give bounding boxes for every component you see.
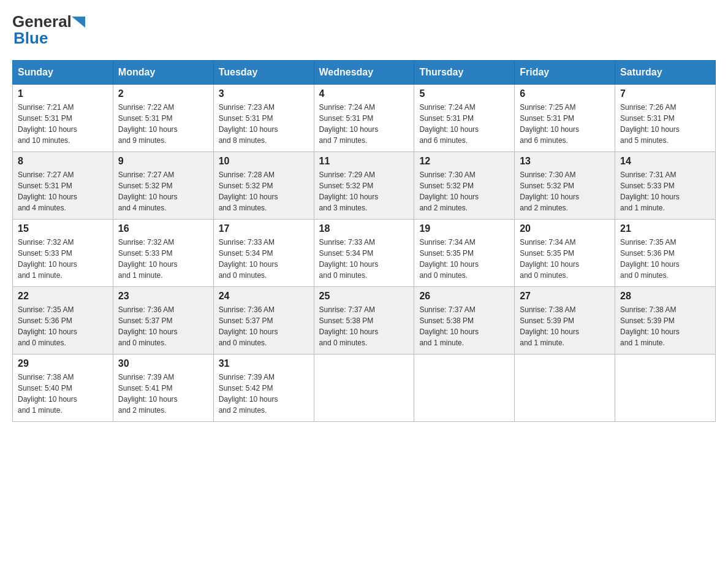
day-info: Sunrise: 7:37 AMSunset: 5:38 PMDaylight:… [419, 304, 509, 348]
day-number: 12 [419, 156, 509, 167]
day-info: Sunrise: 7:27 AMSunset: 5:32 PMDaylight:… [118, 169, 208, 213]
day-number: 18 [319, 223, 409, 234]
calendar-cell: 4Sunrise: 7:24 AMSunset: 5:31 PMDaylight… [314, 85, 414, 152]
calendar-cell: 15Sunrise: 7:32 AMSunset: 5:33 PMDayligh… [13, 220, 113, 287]
day-info: Sunrise: 7:38 AMSunset: 5:39 PMDaylight:… [520, 304, 610, 348]
calendar-cell: 13Sunrise: 7:30 AMSunset: 5:32 PMDayligh… [515, 152, 615, 220]
calendar-cell [314, 354, 414, 422]
day-info: Sunrise: 7:29 AMSunset: 5:32 PMDaylight:… [319, 169, 409, 213]
day-number: 30 [118, 358, 208, 369]
logo-arrow-icon [72, 17, 85, 28]
calendar-cell [615, 354, 716, 422]
day-number: 13 [520, 156, 610, 167]
calendar-cell: 10Sunrise: 7:28 AMSunset: 5:32 PMDayligh… [213, 152, 314, 220]
calendar-cell: 24Sunrise: 7:36 AMSunset: 5:37 PMDayligh… [213, 287, 314, 354]
day-number: 21 [620, 223, 710, 234]
day-info: Sunrise: 7:38 AMSunset: 5:40 PMDaylight:… [18, 372, 108, 416]
day-number: 25 [319, 291, 409, 302]
day-info: Sunrise: 7:34 AMSunset: 5:35 PMDaylight:… [419, 237, 509, 281]
day-number: 26 [419, 291, 509, 302]
day-number: 2 [118, 88, 208, 99]
day-info: Sunrise: 7:32 AMSunset: 5:33 PMDaylight:… [118, 237, 208, 281]
day-number: 28 [620, 291, 710, 302]
calendar-cell [515, 354, 615, 422]
calendar-cell: 31Sunrise: 7:39 AMSunset: 5:42 PMDayligh… [213, 354, 314, 422]
calendar-cell: 6Sunrise: 7:25 AMSunset: 5:31 PMDaylight… [515, 85, 615, 152]
day-info: Sunrise: 7:33 AMSunset: 5:34 PMDaylight:… [219, 237, 309, 281]
calendar-cell: 8Sunrise: 7:27 AMSunset: 5:31 PMDaylight… [13, 152, 113, 220]
day-number: 31 [219, 358, 309, 369]
day-number: 10 [219, 156, 309, 167]
day-number: 16 [118, 223, 208, 234]
day-info: Sunrise: 7:34 AMSunset: 5:35 PMDaylight:… [520, 237, 610, 281]
day-info: Sunrise: 7:37 AMSunset: 5:38 PMDaylight:… [319, 304, 409, 348]
calendar-cell: 29Sunrise: 7:38 AMSunset: 5:40 PMDayligh… [13, 354, 113, 422]
day-info: Sunrise: 7:38 AMSunset: 5:39 PMDaylight:… [620, 304, 710, 348]
day-number: 3 [219, 88, 309, 99]
calendar-cell: 14Sunrise: 7:31 AMSunset: 5:33 PMDayligh… [615, 152, 716, 220]
day-info: Sunrise: 7:21 AMSunset: 5:31 PMDaylight:… [18, 102, 108, 146]
day-number: 20 [520, 223, 610, 234]
weekday-header-wednesday: Wednesday [314, 61, 414, 85]
calendar-cell [414, 354, 515, 422]
calendar-cell: 1Sunrise: 7:21 AMSunset: 5:31 PMDaylight… [13, 85, 113, 152]
calendar-cell: 26Sunrise: 7:37 AMSunset: 5:38 PMDayligh… [414, 287, 515, 354]
day-number: 23 [118, 291, 208, 302]
day-info: Sunrise: 7:35 AMSunset: 5:36 PMDaylight:… [620, 237, 710, 281]
logo: General Blue [12, 12, 85, 48]
day-info: Sunrise: 7:28 AMSunset: 5:32 PMDaylight:… [219, 169, 309, 213]
calendar-cell: 5Sunrise: 7:24 AMSunset: 5:31 PMDaylight… [414, 85, 515, 152]
day-number: 27 [520, 291, 610, 302]
day-number: 11 [319, 156, 409, 167]
calendar-cell: 17Sunrise: 7:33 AMSunset: 5:34 PMDayligh… [213, 220, 314, 287]
day-number: 8 [18, 156, 108, 167]
day-info: Sunrise: 7:30 AMSunset: 5:32 PMDaylight:… [419, 169, 509, 213]
logo-blue-text: Blue [12, 29, 48, 48]
calendar-cell: 9Sunrise: 7:27 AMSunset: 5:32 PMDaylight… [113, 152, 213, 220]
calendar-cell: 2Sunrise: 7:22 AMSunset: 5:31 PMDaylight… [113, 85, 213, 152]
calendar-cell: 23Sunrise: 7:36 AMSunset: 5:37 PMDayligh… [113, 287, 213, 354]
weekday-header-sunday: Sunday [13, 61, 113, 85]
calendar-week-row: 22Sunrise: 7:35 AMSunset: 5:36 PMDayligh… [13, 287, 716, 354]
calendar-cell: 18Sunrise: 7:33 AMSunset: 5:34 PMDayligh… [314, 220, 414, 287]
calendar-table: SundayMondayTuesdayWednesdayThursdayFrid… [12, 60, 716, 422]
calendar-cell: 22Sunrise: 7:35 AMSunset: 5:36 PMDayligh… [13, 287, 113, 354]
day-info: Sunrise: 7:25 AMSunset: 5:31 PMDaylight:… [520, 102, 610, 146]
calendar-cell: 30Sunrise: 7:39 AMSunset: 5:41 PMDayligh… [113, 354, 213, 422]
day-number: 15 [18, 223, 108, 234]
day-number: 6 [520, 88, 610, 99]
day-number: 7 [620, 88, 710, 99]
weekday-header-row: SundayMondayTuesdayWednesdayThursdayFrid… [13, 61, 716, 85]
page-header: General Blue [12, 12, 716, 48]
day-number: 4 [319, 88, 409, 99]
day-number: 9 [118, 156, 208, 167]
calendar-week-row: 1Sunrise: 7:21 AMSunset: 5:31 PMDaylight… [13, 85, 716, 152]
day-info: Sunrise: 7:32 AMSunset: 5:33 PMDaylight:… [18, 237, 108, 281]
calendar-cell: 21Sunrise: 7:35 AMSunset: 5:36 PMDayligh… [615, 220, 716, 287]
day-number: 5 [419, 88, 509, 99]
day-info: Sunrise: 7:27 AMSunset: 5:31 PMDaylight:… [18, 169, 108, 213]
day-number: 14 [620, 156, 710, 167]
calendar-week-row: 8Sunrise: 7:27 AMSunset: 5:31 PMDaylight… [13, 152, 716, 220]
day-info: Sunrise: 7:33 AMSunset: 5:34 PMDaylight:… [319, 237, 409, 281]
day-info: Sunrise: 7:39 AMSunset: 5:41 PMDaylight:… [118, 372, 208, 416]
day-info: Sunrise: 7:23 AMSunset: 5:31 PMDaylight:… [219, 102, 309, 146]
day-number: 17 [219, 223, 309, 234]
day-info: Sunrise: 7:24 AMSunset: 5:31 PMDaylight:… [319, 102, 409, 146]
day-info: Sunrise: 7:35 AMSunset: 5:36 PMDaylight:… [18, 304, 108, 348]
weekday-header-monday: Monday [113, 61, 213, 85]
calendar-cell: 20Sunrise: 7:34 AMSunset: 5:35 PMDayligh… [515, 220, 615, 287]
weekday-header-tuesday: Tuesday [213, 61, 314, 85]
weekday-header-thursday: Thursday [414, 61, 515, 85]
day-number: 1 [18, 88, 108, 99]
day-info: Sunrise: 7:39 AMSunset: 5:42 PMDaylight:… [219, 372, 309, 416]
day-info: Sunrise: 7:22 AMSunset: 5:31 PMDaylight:… [118, 102, 208, 146]
calendar-cell: 25Sunrise: 7:37 AMSunset: 5:38 PMDayligh… [314, 287, 414, 354]
calendar-cell: 19Sunrise: 7:34 AMSunset: 5:35 PMDayligh… [414, 220, 515, 287]
calendar-cell: 3Sunrise: 7:23 AMSunset: 5:31 PMDaylight… [213, 85, 314, 152]
day-info: Sunrise: 7:24 AMSunset: 5:31 PMDaylight:… [419, 102, 509, 146]
calendar-week-row: 15Sunrise: 7:32 AMSunset: 5:33 PMDayligh… [13, 220, 716, 287]
day-number: 22 [18, 291, 108, 302]
svg-marker-0 [72, 17, 85, 28]
weekday-header-saturday: Saturday [615, 61, 716, 85]
